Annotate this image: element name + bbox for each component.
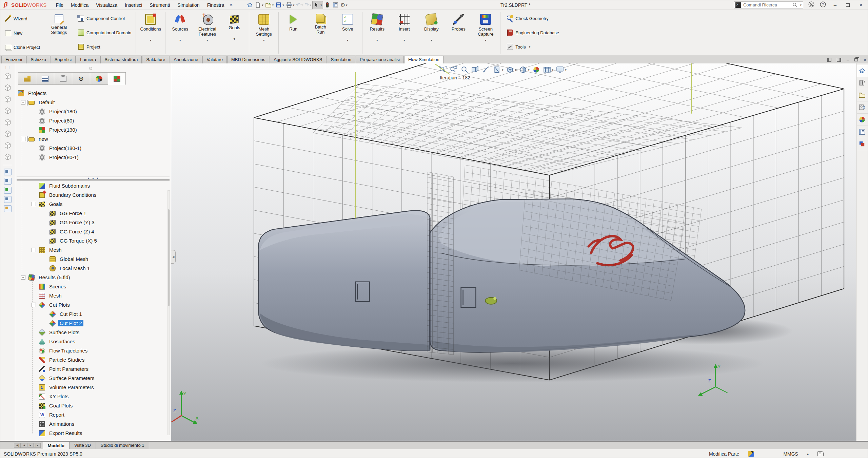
zoom-fit-button[interactable] [438, 65, 447, 74]
mesh-settings-caret[interactable]: ▾ [263, 38, 265, 42]
pointer-tool-icon[interactable] [4, 169, 12, 175]
display-style-button[interactable]: ▾ [519, 65, 530, 74]
tab-lamiera[interactable]: Lamiera [76, 56, 100, 63]
redo-button[interactable]: ↷▾ [304, 1, 312, 9]
tree-item-project-80-[interactable]: Project(80) [15, 116, 166, 125]
panel-collapse-handle[interactable] [89, 67, 92, 70]
tree-item-gg-force-y-3[interactable]: GG Force (Y) 3 [15, 218, 166, 227]
section-view-dropdown-caret[interactable]: ▾ [502, 68, 504, 72]
insert-caret[interactable]: ▾ [403, 38, 405, 42]
print-dropdown-caret[interactable]: ▾ [293, 3, 295, 7]
tree-item-gg-force-1[interactable]: GG Force 1 [15, 209, 166, 218]
task-pane-solidworks-forum-tab[interactable] [857, 138, 868, 150]
appearances-button[interactable] [532, 65, 540, 74]
solve-caret[interactable]: ▾ [347, 38, 349, 42]
tree-item-default[interactable]: −Default [15, 98, 166, 107]
task-pane-file-explorer-tab[interactable] [857, 89, 868, 101]
tab-funzioni[interactable]: Funzioni [1, 56, 26, 63]
save-dropdown-caret[interactable]: ▾ [282, 3, 284, 7]
tab-flow-simulation[interactable]: Flow Simulation [404, 56, 443, 63]
tools-button[interactable]: Tools▾ [506, 43, 560, 50]
tree-item-gg-force-z-4[interactable]: GG Force (Z) 4 [15, 227, 166, 236]
mesh-settings-button[interactable]: Mesh Settings▾ [250, 11, 277, 55]
panel-tab-flow-simulation-tree[interactable] [108, 72, 126, 85]
new-document-button[interactable]: ▾ [254, 1, 264, 9]
measure-button[interactable] [482, 65, 490, 74]
tree-item-cut-plot-2[interactable]: Cut Plot 2 [15, 319, 166, 328]
view-settings-button[interactable]: ▾ [543, 65, 554, 74]
bottom-tab-viste-3d[interactable]: Viste 3D [70, 442, 96, 449]
probe-marker[interactable] [485, 297, 497, 304]
search-dropdown-caret[interactable]: ▾ [800, 3, 802, 7]
camera-monitor-button[interactable]: ▾ [556, 65, 567, 74]
display-style-dropdown-caret[interactable]: ▾ [528, 68, 530, 72]
tree-item-local-mesh-1[interactable]: Local Mesh 1 [15, 264, 166, 273]
panel-resize-handle[interactable]: ◀ [171, 250, 176, 264]
tree-item-point-parameters[interactable]: Point Parameters [15, 364, 166, 374]
sources-button[interactable]: Sources▾ [166, 11, 194, 55]
electrical-features-button[interactable]: Electrical Features▾ [194, 11, 221, 55]
expand-collapse-toggle[interactable]: − [21, 137, 25, 141]
section-view-button[interactable]: ▾ [493, 65, 504, 74]
solve-button[interactable]: Solve▾ [334, 11, 361, 55]
collapse-right-panel-icon[interactable] [837, 58, 841, 62]
zoom-magnify-button[interactable] [460, 65, 469, 74]
tree-item-project-80-1-[interactable]: Project(80-1) [15, 153, 166, 162]
display-caret[interactable]: ▾ [431, 38, 432, 42]
tab-sistema-struttura[interactable]: Sistema struttura [100, 56, 142, 63]
previous-tab-button[interactable]: ◄ [21, 443, 27, 448]
expand-collapse-toggle[interactable]: − [21, 100, 25, 104]
tree-item-surface-parameters[interactable]: Surface Parameters [15, 374, 166, 383]
conditions-button[interactable]: Conditions▾ [137, 11, 164, 55]
zoom-to-area-button[interactable] [449, 65, 458, 74]
task-pane-custom-properties-tab[interactable] [857, 126, 868, 138]
panel-tab-part-manager[interactable] [18, 72, 36, 85]
settings-gear-button[interactable]: ⚙▾ [340, 1, 348, 9]
tree-item-global-mesh[interactable]: Global Mesh [15, 254, 166, 264]
tree-item-animations[interactable]: Animations [15, 419, 166, 428]
probes-button[interactable]: Probes [445, 11, 472, 55]
menu-item-finestra[interactable]: Finestra [203, 1, 228, 9]
menu-item-visualizza[interactable]: Visualizza [92, 1, 121, 9]
component-control-button[interactable]: Component Control [77, 15, 133, 22]
tree-item-project-130-[interactable]: Project(130) [15, 125, 166, 134]
tab-schizzo[interactable]: Schizzo [26, 56, 50, 63]
document-tool-icon[interactable] [4, 187, 12, 194]
tab-superfici[interactable]: Superfici [51, 56, 76, 63]
tree-item-mesh[interactable]: −Mesh [15, 245, 166, 254]
search-icon[interactable] [792, 2, 797, 7]
collapse-left-panel-icon[interactable] [827, 58, 831, 62]
menu-item-strumenti[interactable]: Strumenti [146, 1, 174, 9]
panel-tab-display-manager[interactable] [90, 72, 108, 85]
tab-saldature[interactable]: Saldature [142, 56, 169, 63]
maximize-button[interactable] [844, 2, 852, 8]
batch-run-button[interactable]: Batch Run [307, 11, 334, 55]
electrical-features-caret[interactable]: ▾ [206, 38, 208, 42]
computational-domain-button[interactable]: Computational Domain [77, 29, 133, 36]
undo-button[interactable]: ↶▾ [295, 1, 303, 9]
standard-view-cube-icon[interactable] [3, 106, 12, 115]
doc-minimize-icon[interactable]: – [847, 58, 849, 62]
standard-view-cube-icon[interactable] [3, 72, 12, 81]
tree-item-mesh[interactable]: Mesh [15, 291, 166, 300]
engineering-database-button[interactable]: Engineering Database [506, 29, 560, 36]
clone-project-button[interactable]: Clone Project [4, 44, 41, 50]
panel-scrollbar[interactable] [167, 190, 170, 435]
search-input[interactable] [743, 2, 791, 8]
redo-dropdown-caret[interactable]: ▾ [310, 3, 312, 7]
tree-item-report[interactable]: Report [15, 410, 166, 419]
tree-item-project-180-1-[interactable]: Project(180-1) [15, 144, 166, 153]
rebuild-status-icon[interactable] [748, 451, 754, 457]
tree-item-fluid-subdomains[interactable]: Fluid Subdomains [15, 181, 166, 190]
units-selector[interactable]: MMGS [783, 451, 798, 457]
standard-view-cube-icon[interactable] [3, 152, 12, 161]
undo-dropdown-caret[interactable]: ▾ [301, 3, 303, 7]
command-search[interactable]: >_ ▾ [734, 1, 803, 9]
tab-preparazione-analisi[interactable]: Preparazione analisi [356, 56, 404, 63]
open-button[interactable]: ▾ [264, 1, 275, 9]
expand-collapse-toggle[interactable]: − [32, 202, 36, 206]
tab-annotazione[interactable]: Annotazione [170, 56, 202, 63]
menu-item-inserisci[interactable]: Inserisci [121, 1, 146, 9]
conditions-caret[interactable]: ▾ [150, 38, 152, 42]
tree-item-results-5-fld-[interactable]: −Results (5.fld) [15, 273, 166, 282]
